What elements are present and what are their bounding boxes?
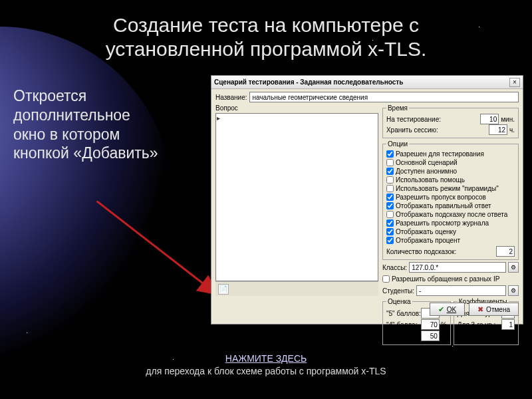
classes-input[interactable] — [409, 262, 506, 273]
option-label: Разрешить пропуск вопросов — [396, 193, 486, 201]
listbox-toolbar: 📄 — [215, 281, 378, 296]
grade-label: "4" балла: — [386, 321, 418, 329]
time-fieldset: Время На тестирование: мин. Хранить сесс… — [382, 104, 519, 138]
option-checkbox[interactable] — [386, 211, 394, 218]
page-title: Создание теста на компьютере с установле… — [0, 13, 532, 61]
footer: НАЖМИТЕ ЗДЕСЬ для перехода к блок схеме … — [0, 353, 532, 376]
hints-label: Количество подсказок: — [386, 248, 456, 255]
option-checkbox[interactable] — [386, 176, 394, 184]
option-label: Отображать подсказку после ответа — [396, 210, 507, 219]
grade-input[interactable] — [421, 331, 440, 341]
option-row[interactable]: Разрешен для тестирования — [386, 150, 515, 158]
option-row[interactable]: Основной сценарий — [386, 158, 515, 167]
option-label: Разрешить просмотр журнала — [396, 219, 489, 227]
cross-icon: ✖ — [477, 305, 483, 314]
option-checkbox[interactable] — [386, 202, 394, 209]
grade-unit: % — [441, 332, 447, 340]
students-input[interactable] — [416, 285, 506, 296]
grade-label: "5" баллов: — [386, 310, 421, 317]
page-title-line2: установленной программой x-TLS. — [0, 37, 532, 61]
add-question-icon[interactable]: 📄 — [218, 284, 229, 295]
footer-sub: для перехода к блок схеме работы с прогр… — [0, 366, 532, 376]
time-store-label: Хранить сессию: — [386, 126, 438, 134]
options-list: Разрешен для тестированияОсновной сценар… — [386, 150, 515, 245]
option-checkbox[interactable] — [386, 185, 394, 192]
name-input[interactable] — [249, 92, 519, 102]
star — [27, 332, 27, 333]
option-checkbox[interactable] — [386, 237, 394, 244]
option-checkbox[interactable] — [386, 150, 394, 158]
time-store-input[interactable] — [489, 124, 507, 135]
dialog-body: Название: Вопрос ▸ 📄 Время — [211, 89, 523, 299]
option-label: Основной сценарий — [396, 158, 458, 167]
grades-legend: Оценка — [386, 298, 412, 305]
multi-ip-input[interactable] — [382, 275, 390, 283]
option-label: Использовать помощь — [396, 176, 465, 184]
cancel-label: Отмена — [486, 306, 510, 313]
ok-button[interactable]: ✔ OK — [430, 303, 465, 316]
row-marker-icon: ▸ — [217, 114, 222, 122]
question-panel: Вопрос ▸ 📄 — [215, 104, 378, 296]
multi-ip-checkbox[interactable]: Разрешить обращения с разных IP — [382, 275, 519, 283]
question-listbox[interactable]: ▸ — [215, 113, 378, 281]
close-button[interactable]: × — [509, 78, 520, 87]
dialog-title: Сценарий тестирования - Заданная последо… — [214, 78, 403, 86]
option-checkbox[interactable] — [386, 228, 394, 235]
option-row[interactable]: Разрешить просмотр журнала — [386, 219, 515, 227]
scenario-dialog: Сценарий тестирования - Заданная последо… — [211, 75, 523, 325]
question-label: Вопрос — [215, 104, 238, 112]
option-checkbox[interactable] — [386, 159, 394, 166]
time-test-unit: мин. — [501, 116, 515, 123]
options-fieldset: Опции Разрешен для тестированияОсновной … — [382, 140, 519, 260]
coeff-label: Для 3-го ур.: — [458, 321, 495, 329]
option-checkbox[interactable] — [386, 194, 394, 201]
option-label: Использовать режим "пирамиды" — [396, 184, 499, 193]
time-test-input[interactable] — [480, 114, 499, 124]
option-label: Разрешен для тестирования — [396, 150, 484, 158]
classes-label: Классы: — [382, 264, 407, 271]
grade-label: "3" балла: — [386, 332, 418, 340]
cancel-button[interactable]: ✖ Отмена — [469, 303, 519, 316]
multi-ip-label: Разрешить обращения с разных IP — [392, 275, 499, 283]
option-row[interactable]: Разрешить пропуск вопросов — [386, 193, 515, 201]
grade-row: "4" балла:% — [386, 319, 447, 330]
option-label: Отображать процент — [396, 236, 460, 245]
ok-label: OK — [447, 306, 456, 313]
grade-row: "3" балла:% — [386, 331, 447, 341]
option-label: Отображать оценку — [396, 227, 456, 236]
option-row[interactable]: Отображать правильный ответ — [386, 201, 515, 210]
option-checkbox[interactable] — [386, 219, 394, 227]
classes-settings-icon[interactable]: ⚙ — [508, 262, 519, 273]
students-label: Студенты: — [382, 287, 414, 295]
star — [452, 346, 453, 346]
option-label: Доступен анонимно — [396, 167, 457, 176]
settings-panel: Время На тестирование: мин. Хранить сесс… — [382, 104, 519, 296]
option-row[interactable]: Отображать подсказку после ответа — [386, 210, 515, 219]
coeff-row: Для 3-го ур.: — [458, 319, 515, 330]
page-title-line1: Создание теста на компьютере с — [0, 13, 532, 37]
option-row[interactable]: Доступен анонимно — [386, 167, 515, 176]
students-settings-icon[interactable]: ⚙ — [508, 285, 519, 296]
time-test-label: На тестирование: — [386, 116, 441, 123]
option-row[interactable]: Использовать помощь — [386, 176, 515, 184]
side-description: Откроется дополнительное окно в котором … — [13, 86, 163, 163]
option-checkbox[interactable] — [386, 168, 394, 175]
name-label: Название: — [215, 94, 247, 101]
coeff-input[interactable] — [501, 319, 515, 330]
check-icon: ✔ — [438, 305, 444, 314]
hints-input[interactable] — [496, 246, 515, 257]
grade-input[interactable] — [421, 319, 440, 330]
options-legend: Опции — [386, 140, 409, 148]
time-legend: Время — [386, 104, 409, 112]
dialog-titlebar[interactable]: Сценарий тестирования - Заданная последо… — [211, 76, 523, 89]
grade-unit: % — [441, 321, 447, 329]
option-row[interactable]: Отображать оценку — [386, 227, 515, 236]
option-row[interactable]: Отображать процент — [386, 236, 515, 245]
option-label: Отображать правильный ответ — [396, 201, 491, 210]
time-store-unit: ч. — [509, 126, 515, 134]
footer-link[interactable]: НАЖМИТЕ ЗДЕСЬ — [225, 353, 307, 364]
option-row[interactable]: Использовать режим "пирамиды" — [386, 184, 515, 193]
